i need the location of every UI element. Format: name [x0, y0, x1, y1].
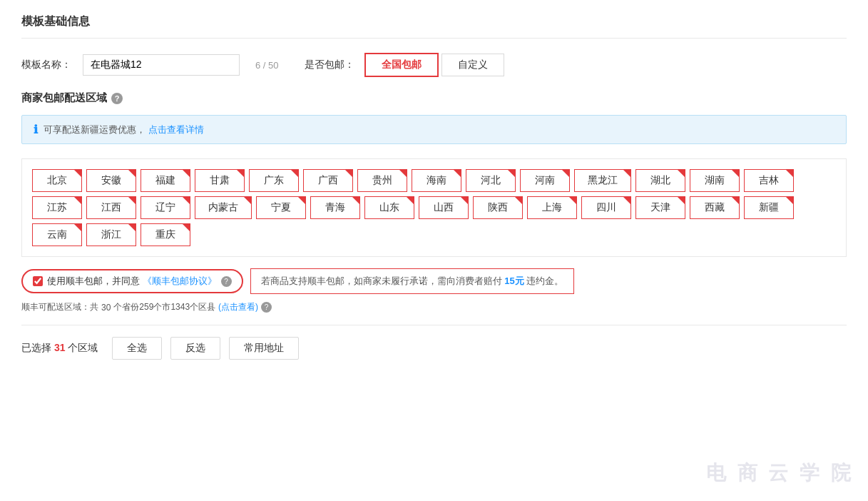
name-char-count: 6 / 50 [255, 60, 279, 71]
ship-type-group: 是否包邮： 全国包邮 自定义 [305, 53, 504, 77]
region-tag[interactable]: 江苏 [32, 196, 82, 219]
region-tag[interactable]: 山西 [419, 196, 469, 219]
region-tag[interactable]: 北京 [32, 169, 82, 192]
region-tag[interactable]: 吉林 [744, 169, 794, 192]
sfbao-help-icon[interactable]: ? [221, 276, 232, 287]
region-tag[interactable]: 内蒙古 [195, 196, 252, 219]
region-tag[interactable]: 重庆 [141, 223, 190, 246]
sfbao-checkbox[interactable] [33, 276, 43, 286]
delivery-help-icon[interactable]: ? [111, 93, 123, 104]
info-detail-link[interactable]: 点击查看详情 [148, 124, 204, 135]
sfbao-checkbox-group: 使用顺丰包邮，并同意 《顺丰包邮协议》 ? [21, 269, 243, 293]
custom-ship-button[interactable]: 自定义 [441, 54, 504, 76]
region-tag[interactable]: 四川 [581, 196, 631, 219]
sfbao-penalty-amount: 15元 [504, 275, 524, 286]
region-tag[interactable]: 浙江 [86, 223, 136, 246]
region-tag[interactable]: 河北 [466, 169, 516, 192]
sfbao-region-info: 顺丰可配送区域：共 30 个省份259个市1343个区县 (点击查看) ? [21, 301, 847, 313]
region-tag[interactable]: 广西 [303, 169, 353, 192]
watermark: 电 商 云 学 院 [706, 460, 854, 487]
region-tag[interactable]: 湖北 [635, 169, 685, 192]
section-title: 模板基础信息 [21, 14, 847, 39]
invert-selection-button[interactable]: 反选 [170, 337, 220, 360]
region-tag[interactable]: 宁夏 [256, 196, 306, 219]
ship-type-label: 是否包邮： [305, 59, 354, 71]
region-tag[interactable]: 湖南 [690, 169, 740, 192]
region-tag[interactable]: 广东 [249, 169, 299, 192]
sfbao-notice: 若商品支持顺丰包邮，如商家未履行承诺，需向消费者赔付 15元 违约金。 [250, 268, 575, 294]
page-container: 模板基础信息 模板名称： 6 / 50 是否包邮： 全国包邮 自定义 商家包邮配… [0, 0, 868, 501]
sfbao-region-link[interactable]: (点击查看) [218, 301, 258, 313]
template-name-input[interactable] [83, 54, 240, 76]
sfbao-agreement-link[interactable]: 《顺丰包邮协议》 [143, 275, 217, 286]
region-tag[interactable]: 青海 [310, 196, 360, 219]
sfbao-row: 使用顺丰包邮，并同意 《顺丰包邮协议》 ? 若商品支持顺丰包邮，如商家未履行承诺… [21, 268, 847, 294]
info-circle-icon: ℹ [34, 123, 38, 136]
sfbao-region-help-icon[interactable]: ? [261, 302, 272, 313]
region-tag[interactable]: 海南 [412, 169, 461, 192]
name-label: 模板名称： [21, 59, 71, 71]
region-tag[interactable]: 云南 [32, 223, 82, 246]
common-address-button[interactable]: 常用地址 [229, 337, 299, 360]
region-tag[interactable]: 福建 [141, 169, 190, 192]
region-tag[interactable]: 西藏 [690, 196, 740, 219]
region-tag[interactable]: 甘肃 [195, 169, 245, 192]
region-tag[interactable]: 江西 [86, 196, 136, 219]
region-tag[interactable]: 辽宁 [141, 196, 190, 219]
sfbao-region-count: 30 [101, 303, 111, 313]
template-name-row: 模板名称： 6 / 50 是否包邮： 全国包邮 自定义 [21, 53, 847, 77]
info-text: 可享配送新疆运费优惠， 点击查看详情 [44, 123, 204, 136]
sfbao-label: 使用顺丰包邮，并同意 《顺丰包邮协议》 [47, 275, 217, 288]
delivery-section: 商家包邮配送区域 ? [21, 91, 847, 105]
nationwide-ship-button[interactable]: 全国包邮 [364, 53, 439, 77]
selected-count-text: 已选择 31 个区域 [21, 342, 98, 355]
region-tag[interactable]: 黑龙江 [574, 169, 631, 192]
region-tag[interactable]: 贵州 [357, 169, 407, 192]
region-tag[interactable]: 安徽 [86, 169, 136, 192]
select-all-button[interactable]: 全选 [112, 337, 162, 360]
delivery-title: 商家包邮配送区域 ? [21, 91, 847, 105]
region-tag[interactable]: 河南 [520, 169, 570, 192]
region-grid: 北京安徽福建甘肃广东广西贵州海南河北河南黑龙江湖北湖南吉林江苏江西辽宁内蒙古宁夏… [21, 158, 847, 257]
bottom-bar: 已选择 31 个区域 全选 反选 常用地址 [21, 325, 847, 360]
region-tag[interactable]: 山东 [364, 196, 414, 219]
region-tag[interactable]: 上海 [527, 196, 577, 219]
region-tag[interactable]: 新疆 [744, 196, 794, 219]
region-tag[interactable]: 天津 [635, 196, 685, 219]
region-tag[interactable]: 陕西 [473, 196, 523, 219]
selected-number: 31 [54, 342, 66, 353]
info-banner: ℹ 可享配送新疆运费优惠， 点击查看详情 [21, 115, 847, 144]
